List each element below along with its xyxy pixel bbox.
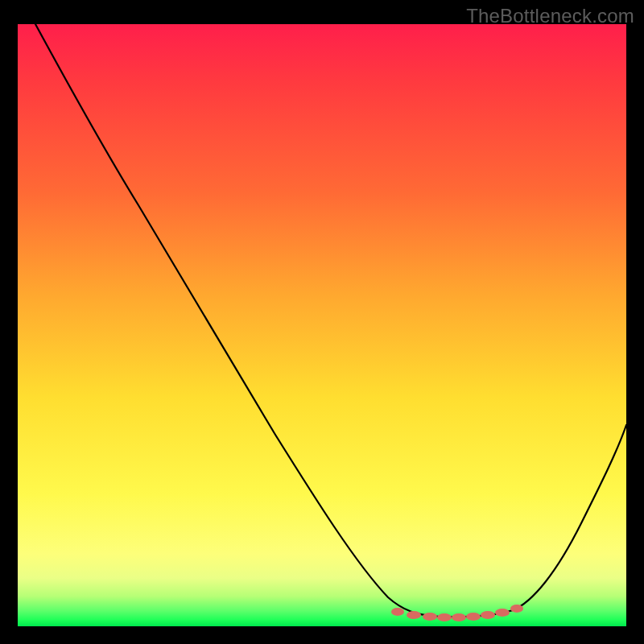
bottleneck-curve [35,24,626,617]
chart-svg [18,24,626,626]
flat-marker [452,613,466,621]
flat-marker [407,611,421,619]
flat-marker [466,613,481,621]
flat-marker [391,608,404,616]
flat-marker [437,613,452,621]
flat-marker [510,605,523,613]
flat-marker [423,613,437,621]
flat-marker [495,609,510,617]
watermark-text: TheBottleneck.com [466,5,634,27]
flat-region-markers [391,605,523,621]
plot-area [18,24,626,626]
flat-marker [481,611,495,619]
chart-frame: TheBottleneck.com [0,0,644,644]
